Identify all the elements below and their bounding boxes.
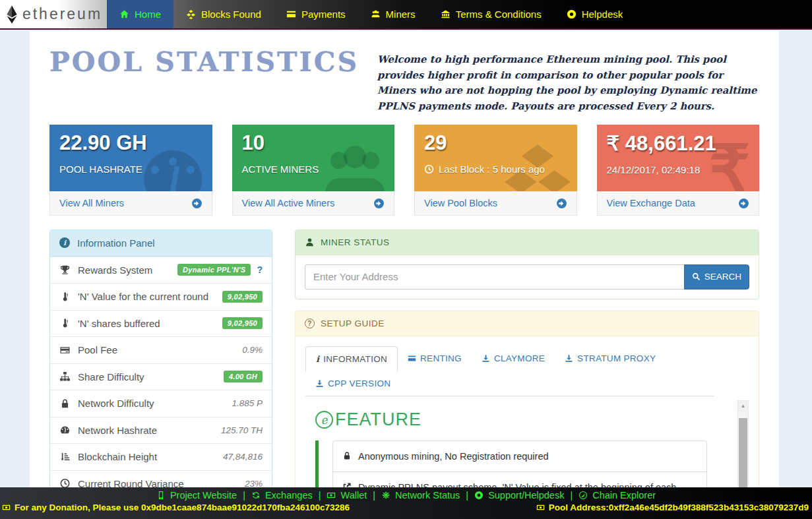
mobile-icon	[156, 491, 166, 500]
info-row-pool-fee: Pool Fee 0.9%	[50, 336, 272, 363]
help-question-mark[interactable]: ?	[257, 264, 263, 275]
info-row-label: Pool Fee	[78, 344, 117, 355]
view-exchange-data-link[interactable]: View Exchange Data	[597, 191, 760, 216]
pool-address: Pool Address:0xff2a46e45df2b49f388f523b4…	[536, 503, 809, 512]
main-area: POOL STATISTICS Welcome to high performa…	[0, 31, 812, 519]
ethereum-logo-icon	[5, 5, 19, 24]
active-miners-label: ACTIVE MINERS	[242, 164, 385, 175]
information-panel: i Information Panel Rewards System Dynam…	[49, 229, 272, 519]
nav-item-blocks-found[interactable]: Blocks Found	[173, 0, 274, 28]
footer-link-exchanges[interactable]: Exchanges	[251, 490, 313, 501]
pool-fee-value: 0.9%	[242, 345, 263, 355]
thermometer-icon	[59, 291, 71, 302]
tab-claymore[interactable]: CLAYMORE	[472, 346, 555, 371]
stat-card-pool-hashrate: 22.90 GH POOL HASHRATE View All Miners	[49, 125, 212, 216]
logo-text: ethereum	[22, 5, 102, 23]
nav-item-helpdesk[interactable]: Helpdesk	[554, 0, 636, 28]
bank-icon	[441, 9, 451, 19]
nav-item-payments[interactable]: Payments	[274, 0, 358, 28]
share-difficulty-badge: 4.00 GH	[224, 371, 263, 382]
home-icon	[119, 9, 129, 19]
miner-status-panel: MINER STATUS SEARCH	[295, 229, 759, 299]
send-circle-icon	[578, 491, 588, 500]
miner-status-header: MINER STATUS	[296, 230, 759, 255]
network-difficulty-value: 1.885 P	[232, 398, 263, 408]
credit-card-icon	[286, 9, 296, 19]
content-container: POOL STATISTICS Welcome to high performa…	[30, 31, 779, 519]
logo[interactable]: ethereum	[0, 0, 107, 28]
arrow-circle-right-icon[interactable]	[191, 198, 203, 209]
tab-cpp-version[interactable]: CPP VERSION	[305, 371, 400, 396]
welcome-text: Welcome to high performance Ethereum min…	[377, 51, 759, 114]
info-row-label: Network Difficulty	[78, 398, 154, 409]
info-row-label: Share Difficulty	[78, 371, 144, 382]
n-value-badge: 9,02,950	[222, 291, 263, 303]
exchange-timestamp: 24/12/2017, 02:49:18	[607, 164, 750, 175]
blocks-value: 29	[424, 131, 567, 155]
blockchain-height-value: 47,84,816	[223, 452, 263, 462]
refresh-icon	[251, 491, 261, 500]
life-ring-icon	[567, 9, 577, 19]
view-all-active-miners-link[interactable]: View All Active Miners	[232, 191, 395, 216]
nav-item-terms[interactable]: Terms & Conditions	[428, 0, 554, 28]
download-icon	[565, 354, 573, 363]
footer-link-support[interactable]: Support/Helpdesk	[474, 490, 564, 501]
rewards-system-badge: Dynamic PPL'N'S	[177, 264, 251, 276]
scrollbar-up-button[interactable]: ▲	[738, 401, 748, 412]
nav-item-label: Terms & Conditions	[456, 9, 542, 20]
n-shares-badge: 9,02,950	[222, 317, 263, 329]
view-all-miners-link[interactable]: View All Miners	[49, 191, 212, 216]
footer-link-network-status[interactable]: ❋ Network Status	[381, 490, 460, 501]
feature-item-text: Anonymous mining, No Registration requir…	[358, 449, 549, 464]
stat-card-blocks: 29 Last Block : 5 hours ago View Pool Bl…	[414, 125, 577, 216]
question-circle-icon: ?	[305, 319, 315, 328]
credit-card-icon	[59, 345, 71, 355]
information-panel-header: i Information Panel	[50, 230, 272, 257]
credit-card-icon	[408, 354, 416, 363]
wallet-icon	[536, 503, 545, 512]
info-row-label: Network Hashrate	[78, 425, 157, 436]
setup-tabs: i INFORMATION RENTING CLAYMORE	[305, 346, 714, 396]
footer-link-wallet[interactable]: Wallet	[327, 490, 367, 501]
thermometer-icon	[59, 318, 71, 328]
nav-item-label: Helpdesk	[582, 9, 623, 20]
sitemap-icon	[59, 371, 71, 382]
snowflake-icon: ❋	[381, 491, 390, 500]
trophy-icon	[59, 264, 71, 275]
footer-links-row: Project Website | Exchanges | Wallet | ❋…	[0, 487, 812, 501]
lock-icon	[342, 451, 352, 460]
arrow-circle-right-icon[interactable]	[373, 198, 385, 209]
miner-status-title: MINER STATUS	[321, 237, 390, 247]
info-row-network-hashrate: Network Hashrate 125.70 TH	[50, 417, 272, 444]
tab-stratum-proxy[interactable]: STRATUM PROXY	[555, 346, 666, 371]
nav-item-home[interactable]: Home	[107, 0, 173, 28]
nav-item-label: Blocks Found	[201, 9, 261, 20]
info-row-blockchain-height: Blockchain Height 47,84,816	[50, 443, 272, 470]
lock-icon	[59, 398, 71, 409]
info-row-label: Blockchain Height	[78, 451, 157, 462]
tab-renting[interactable]: RENTING	[398, 346, 472, 371]
footer-link-project-website[interactable]: Project Website	[156, 490, 237, 501]
tab-label: INFORMATION	[323, 354, 387, 364]
download-icon	[315, 379, 324, 388]
view-pool-blocks-link[interactable]: View Pool Blocks	[414, 191, 577, 216]
search-button[interactable]: SEARCH	[684, 264, 749, 290]
footer: Project Website | Exchanges | Wallet | ❋…	[0, 487, 812, 519]
tab-information[interactable]: i INFORMATION	[305, 346, 398, 371]
address-input[interactable]	[305, 264, 684, 290]
search-button-label: SEARCH	[704, 272, 741, 282]
info-row-label: 'N' Value for the current round	[78, 291, 208, 302]
clock-icon	[424, 164, 434, 174]
footer-addresses-row: For any Donation, Please use 0x9dbe1caae…	[0, 501, 812, 512]
footer-link-chain-explorer[interactable]: Chain Explorer	[578, 490, 656, 501]
arrow-circle-right-icon[interactable]	[556, 198, 567, 209]
arrow-circle-right-icon[interactable]	[738, 198, 749, 209]
download-icon	[482, 354, 490, 363]
cubes-icon	[186, 9, 196, 19]
nav-item-miners[interactable]: Miners	[358, 0, 428, 28]
ethereum-circle-icon: e	[313, 409, 334, 430]
info-row-n-value: 'N' Value for the current round 9,02,950	[50, 283, 272, 310]
user-icon	[305, 237, 315, 247]
donation-address: For any Donation, Please use 0x9dbe1caae…	[2, 503, 350, 512]
exchange-value: ₹ 48,661.21	[607, 131, 750, 156]
